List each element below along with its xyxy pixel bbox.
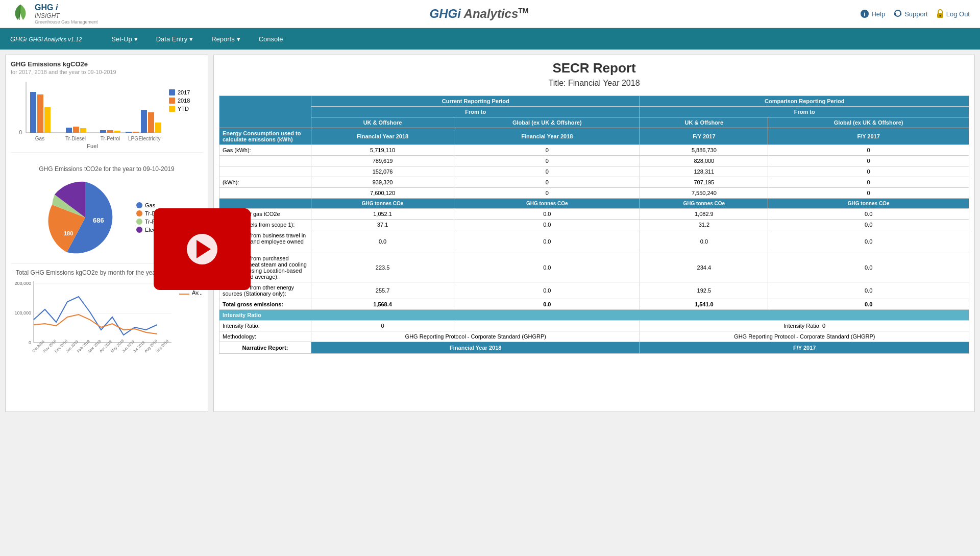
energy-row-2-v4: 0 <box>768 156 969 166</box>
ghg-row-5-v4: 0.0 <box>768 282 969 299</box>
svg-text:180: 180 <box>64 230 73 236</box>
th-global-ex-uk-2: Global (ex UK & Offshore) <box>768 117 969 128</box>
nav-bar: GHGi GHGi Analytics v1.12 Set-Up ▾ Data … <box>0 28 980 50</box>
svg-rect-13 <box>44 107 51 133</box>
top-header: GHG i INSIGHT Greenhouse Gas Management … <box>0 0 980 28</box>
ghg-row-1-v3: 1,082.9 <box>640 209 768 220</box>
energy-row-3-v1: 152,076 <box>311 166 454 177</box>
nav-item-setup[interactable]: Set-Up ▾ <box>102 28 146 50</box>
narrative-header: Narrative Report: <box>219 342 311 354</box>
play-button[interactable] <box>187 234 217 264</box>
logo-text: GHG i INSIGHT Greenhouse Gas Management <box>35 3 98 25</box>
ghg-row-3-v1: 0.0 <box>311 230 454 253</box>
svg-rect-20 <box>126 132 132 133</box>
legend-item-ytd: YTD <box>169 106 190 112</box>
ghg-row-total-label: Total gross emissions: <box>219 299 311 310</box>
intensity-row: Intensity Ratio: 0 Intensity Ratio: 0 <box>219 321 969 331</box>
info-icon: i <box>860 9 869 18</box>
th-empty <box>219 96 311 128</box>
energy-row-1-v1: 5,719,110 <box>311 145 454 156</box>
table-row: mbustion of gas tCO2e 1,052.1 0.0 1,082.… <box>219 209 969 220</box>
th-uk-offshore-1: UK & Offshore <box>311 117 454 128</box>
svg-rect-24 <box>155 123 161 133</box>
intensity-v3: Intensity Ratio: 0 <box>640 321 969 331</box>
energy-col3: F/Y 2017 <box>640 128 768 145</box>
energy-row-5-v4: 0 <box>768 188 969 199</box>
energy-row-4-v3: 707,195 <box>640 177 768 188</box>
narrative-btn1-cell: Financial Year 2018 <box>311 342 640 354</box>
methodology-row: Methodology: GHG Reporting Protocol - Co… <box>219 331 969 342</box>
energy-row-2-v1: 789,619 <box>311 156 454 166</box>
intensity-header: Intensity Ratio <box>219 310 969 321</box>
ghg-col4-header: GHG tonnes COe <box>768 199 969 209</box>
svg-text:0: 0 <box>29 340 31 345</box>
table-row: Emissions from business travel in rental… <box>219 230 969 253</box>
secr-report-subtitle: Title: Financial Year 2018 <box>219 79 969 88</box>
bar-chart-section: GHG Emissions kgCO2e for 2017, 2018 and … <box>11 60 203 153</box>
secr-table: Current Reporting Period Comparison Repo… <box>219 95 969 354</box>
th-global-ex-uk-1: Global (ex UK & Offshore) <box>454 117 640 128</box>
table-row: Emissions from other energy sources (Sta… <box>219 282 969 299</box>
ghg-row-total-v4: 0.0 <box>768 299 969 310</box>
energy-row-2-label <box>219 156 311 166</box>
legend-item-2017: 2017 <box>169 89 190 95</box>
energy-row-1-label: Gas (kWh): <box>219 145 311 156</box>
svg-rect-4 <box>894 13 896 15</box>
line-chart-svg: 200,000 100,000 0 Oct 2018 Nov 2018 <box>11 279 174 360</box>
nav-item-console[interactable]: Console <box>250 28 292 50</box>
logout-button[interactable]: Log Out <box>936 9 970 18</box>
ghg-row-2-v1: 37.1 <box>311 220 454 230</box>
ghg-row-4-v4: 0.0 <box>768 253 969 282</box>
svg-rect-23 <box>148 112 154 133</box>
nav-item-reports[interactable]: Reports ▾ <box>202 28 250 50</box>
svg-text:0: 0 <box>19 130 22 135</box>
svg-text:i: i <box>864 11 866 18</box>
svg-rect-11 <box>30 92 36 133</box>
narrative-btn2-cell: F/Y 2017 <box>640 342 969 354</box>
leaf-icon <box>10 2 31 26</box>
left-panel: GHG Emissions kgCO2e for 2017, 2018 and … <box>5 55 208 412</box>
nav-items: Set-Up ▾ Data Entry ▾ Reports ▾ Console <box>102 28 292 50</box>
chevron-down-icon: ▾ <box>237 35 240 43</box>
th-current-period: Current Reporting Period <box>311 96 640 107</box>
ghg-row-total-v1: 1,568.4 <box>311 299 454 310</box>
svg-text:Tr-Diesel: Tr-Diesel <box>65 136 86 141</box>
chevron-down-icon: ▾ <box>134 35 138 43</box>
ghg-row-4-v1: 223.5 <box>311 253 454 282</box>
methodology-v1: GHG Reporting Protocol - Corporate Stand… <box>311 331 640 342</box>
energy-row-4-v1: 939,320 <box>311 177 454 188</box>
svg-text:Gas: Gas <box>35 136 44 141</box>
energy-row-5-v1: 7,600,120 <box>311 188 454 199</box>
help-button[interactable]: i Help <box>860 9 885 18</box>
ghg-header-empty <box>219 199 311 209</box>
energy-row-4-v4: 0 <box>768 177 969 188</box>
ghg-row-2-v4: 0.0 <box>768 220 969 230</box>
th-uk-offshore-2: UK & Offshore <box>640 117 768 128</box>
ghg-row-total-v2: 0.0 <box>454 299 640 310</box>
pie-legend-gas: Gas <box>136 202 169 208</box>
ghg-row-2-v2: 0.0 <box>454 220 640 230</box>
narrative-btn1[interactable]: Financial Year 2018 <box>311 342 640 353</box>
svg-text:Electricity: Electricity <box>139 136 161 141</box>
energy-row-3-v2: 0 <box>454 166 640 177</box>
th-from-to-1: From to <box>311 107 640 117</box>
table-row: 7,600,120 0 7,550,240 0 <box>219 188 969 199</box>
play-icon <box>197 240 211 258</box>
svg-text:Tr-Petrol: Tr-Petrol <box>101 136 120 141</box>
svg-rect-16 <box>80 128 86 133</box>
energy-row-5-v3: 7,550,240 <box>640 188 768 199</box>
narrative-btn2[interactable]: F/Y 2017 <box>640 342 969 353</box>
bar-chart-svg: 0 <box>11 79 164 146</box>
table-row: ustion of fuels from scope 1): 37.1 0.0 … <box>219 220 969 230</box>
ghg-row-5-v2: 0.0 <box>454 282 640 299</box>
bar-chart-title: GHG Emissions kgCO2e <box>11 60 203 68</box>
ghg-row-4-v2: 0.0 <box>454 253 640 282</box>
video-overlay[interactable] <box>154 208 251 290</box>
energy-col4: F/Y 2017 <box>768 128 969 145</box>
pie-chart-title: GHG Emissions tCO2e for the year to 09-1… <box>11 165 203 173</box>
nav-item-data-entry[interactable]: Data Entry ▾ <box>147 28 202 50</box>
intensity-v1: 0 <box>311 321 454 331</box>
ghg-row-3-v4: 0.0 <box>768 230 969 253</box>
table-row: 789,619 0 828,000 0 <box>219 156 969 166</box>
support-button[interactable]: Support <box>893 9 928 18</box>
